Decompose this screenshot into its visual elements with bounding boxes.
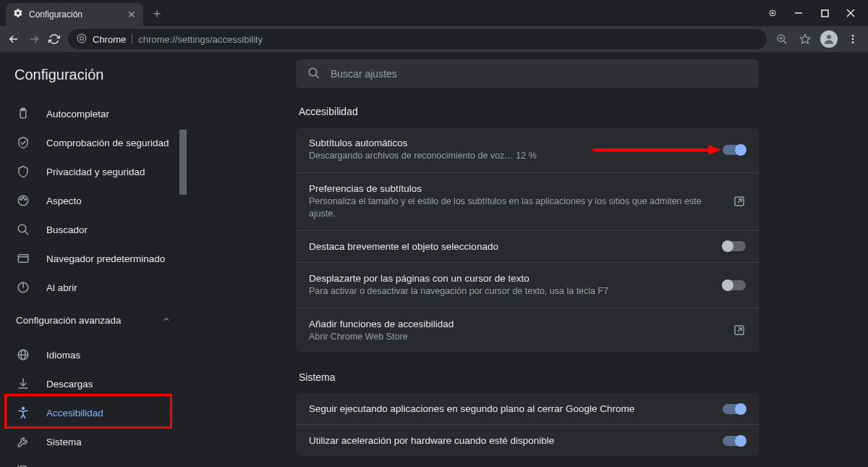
settings-row: Utilizar aceleración por hardware cuando… xyxy=(296,425,759,456)
advanced-section-toggle[interactable]: Configuración avanzada xyxy=(0,302,187,335)
settings-row[interactable]: Añadir funciones de accesibilidadAbrir C… xyxy=(296,308,759,353)
settings-panel: Subtítulos automáticosDescargando archiv… xyxy=(296,127,759,353)
sidebar-item-label: Idiomas xyxy=(46,350,80,361)
row-title: Añadir funciones de accesibilidad xyxy=(309,319,724,329)
settings-row: Destaca brevemente el objeto seleccionad… xyxy=(296,231,759,263)
section-title: Accesibilidad xyxy=(296,106,759,117)
content-area: Buscar ajustes AccesibilidadSubtítulos a… xyxy=(187,52,868,467)
sidebar-item-power[interactable]: Al abrir xyxy=(0,273,187,302)
sidebar-item-label: Accesibilidad xyxy=(46,408,103,418)
row-title: Destaca brevemente el objeto seleccionad… xyxy=(309,241,714,252)
star-icon[interactable] xyxy=(797,31,813,47)
close-window-button[interactable] xyxy=(839,3,862,23)
sidebar-item-browser[interactable]: Navegador predeterminado xyxy=(0,244,187,273)
sidebar-item-label: Navegador predeterminado xyxy=(46,253,165,264)
minimize-button[interactable] xyxy=(787,3,810,23)
search-icon xyxy=(307,67,320,82)
sidebar-item-label: Privacidad y seguridad xyxy=(46,167,145,177)
toggle-switch[interactable] xyxy=(723,241,746,251)
settings-row: Subtítulos automáticosDescargando archiv… xyxy=(296,127,759,173)
sidebar-title: Configuración xyxy=(0,52,187,93)
sidebar-item-shield[interactable]: Privacidad y seguridad xyxy=(0,157,187,186)
browser-icon xyxy=(16,251,30,266)
browser-tab[interactable]: Configuración ✕ xyxy=(6,3,143,26)
svg-point-21 xyxy=(22,197,24,198)
sidebar-item-restore[interactable]: Recuperar ajustes y borrar xyxy=(0,456,187,467)
row-title: Seguir ejecutando aplicaciones en segund… xyxy=(309,403,714,414)
svg-point-15 xyxy=(852,38,854,41)
chrome-icon xyxy=(77,33,87,46)
globe-icon xyxy=(16,348,30,362)
window-titlebar: Configuración ✕ ＋ xyxy=(0,0,868,26)
browser-toolbar: Chrome chrome://settings/accessibility xyxy=(0,26,868,52)
sidebar: Configuración AutocompletarComprobación … xyxy=(0,52,187,467)
sidebar-item-shield-check[interactable]: Comprobación de seguridad xyxy=(0,128,187,157)
forward-button[interactable] xyxy=(27,33,41,46)
sidebar-item-label: Descargas xyxy=(46,379,93,390)
sidebar-item-label: Autocompletar xyxy=(46,109,109,119)
row-subtitle: Abrir Chrome Web Store xyxy=(309,331,724,343)
sidebar-item-label: Comprobación de seguridad xyxy=(46,138,169,148)
circle-icon[interactable] xyxy=(761,3,784,23)
sidebar-item-globe[interactable]: Idiomas xyxy=(0,340,187,369)
sidebar-item-download[interactable]: Descargas xyxy=(0,369,187,398)
svg-line-9 xyxy=(783,41,786,43)
svg-point-13 xyxy=(827,35,831,39)
svg-point-34 xyxy=(22,408,25,410)
url-text: chrome://settings/accessibility xyxy=(138,34,263,45)
url-scheme-label: Chrome xyxy=(93,34,126,45)
toggle-switch[interactable] xyxy=(723,436,746,446)
download-icon xyxy=(16,376,30,391)
svg-line-36 xyxy=(315,75,319,78)
restore-icon xyxy=(16,463,30,467)
svg-point-6 xyxy=(77,34,86,43)
address-bar[interactable]: Chrome chrome://settings/accessibility xyxy=(68,29,767,49)
row-subtitle: Descargando archivos de reconocimiento d… xyxy=(309,150,714,162)
sidebar-item-wrench[interactable]: Sistema xyxy=(0,427,187,456)
external-link-icon xyxy=(733,324,746,337)
sidebar-item-clipboard[interactable]: Autocompletar xyxy=(0,99,187,128)
menu-icon[interactable] xyxy=(845,31,861,47)
svg-point-1 xyxy=(772,12,774,14)
sidebar-item-search[interactable]: Buscador xyxy=(0,215,187,244)
advanced-label: Configuración avanzada xyxy=(16,315,122,326)
sidebar-item-label: Buscador xyxy=(46,224,88,235)
scrollbar[interactable] xyxy=(179,130,187,195)
sidebar-item-accessibility[interactable]: Accesibilidad xyxy=(0,398,187,427)
wrench-icon xyxy=(16,434,30,449)
zoom-icon[interactable] xyxy=(774,31,790,47)
external-link-icon xyxy=(733,195,746,208)
row-title: Preferencias de subtítulos xyxy=(309,183,724,194)
row-title: Subtítulos automáticos xyxy=(309,138,714,148)
toggle-switch[interactable] xyxy=(723,145,746,155)
reload-button[interactable] xyxy=(48,33,61,46)
settings-row: Seguir ejecutando aplicaciones en segund… xyxy=(296,393,759,425)
maximize-button[interactable] xyxy=(813,3,836,23)
row-title: Utilizar aceleración por hardware cuando… xyxy=(309,435,714,446)
svg-rect-3 xyxy=(822,10,828,17)
window-controls xyxy=(761,3,868,23)
settings-search[interactable]: Buscar ajustes xyxy=(296,59,759,88)
row-title: Desplazarte por las páginas con un curso… xyxy=(309,273,714,284)
svg-point-35 xyxy=(309,68,317,76)
back-button[interactable] xyxy=(7,33,20,46)
row-subtitle: Para activar o desactivar la navegación … xyxy=(309,285,714,298)
settings-row: Desplazarte por las páginas con un curso… xyxy=(296,263,759,308)
search-icon xyxy=(16,222,30,237)
close-tab-icon[interactable]: ✕ xyxy=(127,9,136,20)
svg-point-20 xyxy=(20,199,22,201)
svg-point-7 xyxy=(80,36,84,40)
sidebar-item-label: Al abrir xyxy=(46,282,77,293)
sidebar-item-palette[interactable]: Aspecto xyxy=(0,186,187,215)
new-tab-button[interactable]: ＋ xyxy=(150,4,163,22)
toggle-switch[interactable] xyxy=(723,404,746,414)
tab-title: Configuración xyxy=(29,9,122,20)
svg-rect-25 xyxy=(18,255,28,263)
profile-avatar[interactable] xyxy=(820,30,838,48)
toggle-switch[interactable] xyxy=(723,280,746,290)
settings-row[interactable]: Preferencias de subtítulosPersonaliza el… xyxy=(296,173,759,231)
shield-check-icon xyxy=(16,135,30,150)
gear-icon xyxy=(13,8,23,21)
section-title: Sistema xyxy=(296,371,759,383)
accessibility-icon xyxy=(16,405,30,420)
